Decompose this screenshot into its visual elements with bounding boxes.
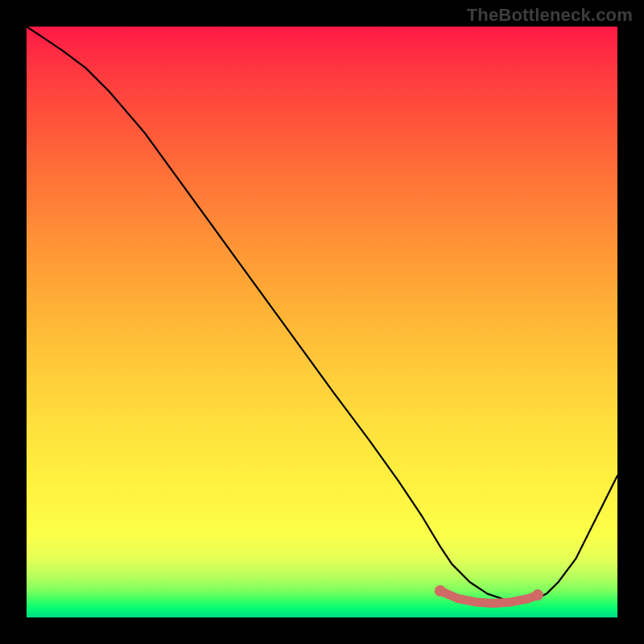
bottleneck-curve: [27, 27, 617, 603]
watermark-text: TheBottleneck.com: [467, 5, 633, 26]
optimal-range-endpoint: [532, 589, 543, 601]
optimal-range-endpoint: [435, 585, 446, 597]
chart-frame: TheBottleneck.com: [0, 0, 644, 644]
curve-svg: [27, 27, 617, 617]
plot-area: [27, 27, 617, 617]
optimal-range-line: [440, 591, 538, 603]
